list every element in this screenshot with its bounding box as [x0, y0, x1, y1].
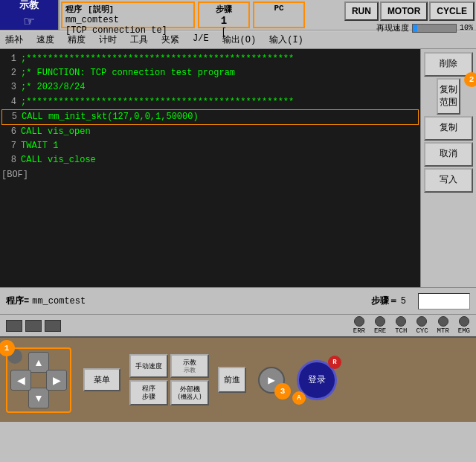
line-content-1: ;***************************************… [21, 52, 419, 66]
status-program-label: 程序= [6, 295, 29, 307]
code-editor[interactable]: 1 ;*************************************… [0, 49, 420, 287]
line-content-4: ;***************************************… [21, 95, 419, 109]
bottom-panel: 1 ▲ ▼ ◀ ▶ 菜单 手动速度 示教 示教 程序 步骤 外部機 (機器人) … [0, 336, 476, 422]
light-circle-err [354, 316, 364, 327]
light-label-tch: TCH [395, 327, 407, 335]
line-content-7: TWAIT 1 [21, 139, 419, 153]
code-line-7: 7 TWAIT 1 [1, 139, 419, 153]
description-label: [説明] [88, 4, 114, 15]
line-num-6: 6 [1, 125, 16, 139]
menu-item-clamp[interactable]: 夹紧 [159, 33, 181, 47]
teach-small-line1: 示教 [176, 359, 203, 367]
register-label: 登录 [308, 373, 326, 386]
run-button[interactable]: RUN [344, 1, 379, 21]
line-content-bof [33, 168, 419, 182]
indicator-lights: ERR ERE TCH CYC MTR EMG [353, 316, 470, 335]
speed-bar-fill [413, 25, 417, 32]
teach-small-line2: 示教 [176, 367, 203, 374]
menu-button[interactable]: 菜单 [83, 368, 120, 391]
motor-button[interactable]: MOTOR [380, 1, 428, 21]
indicator-icon-2 [25, 320, 42, 332]
status-steps: 步骤＝ 5 [371, 295, 406, 307]
code-line-2: 2 ;* FUNCTION: TCP connection test progr… [1, 66, 419, 80]
status-bar: 程序= mm_comtest 步骤＝ 5 [0, 287, 476, 314]
light-circle-emg [459, 316, 469, 327]
top-bar: 示教 ☞ 程序 [説明] mm_comtest [TCP connection … [0, 0, 476, 31]
play-wrapper: ▶ 3 [258, 367, 285, 394]
line-num-3: 3 [1, 80, 16, 94]
peripheral-line1: 外部機 [176, 385, 203, 394]
code-line-4: 4 ;*************************************… [1, 95, 419, 109]
dpad-left-button[interactable]: ◀ [10, 370, 31, 391]
line-num-4: 4 [1, 95, 16, 109]
light-label-mtr: MTR [437, 327, 449, 335]
dpad-up-button[interactable]: ▲ [28, 352, 49, 373]
light-circle-ere [375, 316, 385, 327]
steps-label: 步骤 [216, 4, 232, 15]
rmc-buttons: RUN MOTOR CYCLE [343, 0, 476, 22]
light-cyc: CYC [416, 316, 428, 335]
code-line-1: 1 ;*************************************… [1, 52, 419, 66]
line-num-bof: [BOF] [1, 168, 28, 182]
status-program: 程序= mm_comtest [6, 295, 86, 307]
badge-3: 3 [274, 383, 291, 400]
manual-speed-button[interactable]: 手动速度 [129, 354, 168, 378]
copy-range-button[interactable]: 复制 范围 [437, 78, 460, 115]
dpad-right-button[interactable]: ▶ [46, 370, 67, 391]
cancel-button[interactable]: 取消 [424, 142, 473, 167]
peripheral-button[interactable]: 外部機 (機器人) [170, 380, 209, 405]
forward-button[interactable]: 前進 [218, 367, 246, 393]
speed-bar[interactable] [412, 24, 457, 33]
code-line-3: 3 ;* 2023/8/24 [1, 80, 419, 94]
indicator-row: ERR ERE TCH CYC MTR EMG [0, 314, 476, 336]
status-program-value: mm_comtest [32, 296, 86, 307]
line-num-5: 5 [2, 110, 17, 124]
program-steps-line2: 步骤 [135, 393, 162, 401]
cycle-button[interactable]: CYCLE [429, 1, 475, 21]
copy-range-label2: 范围 [440, 97, 457, 109]
menu-item-tool[interactable]: 工具 [128, 33, 150, 47]
status-input-box[interactable] [418, 293, 470, 309]
menu-item-precision[interactable]: 精度 [65, 33, 88, 47]
light-emg: EMG [458, 316, 470, 335]
program-steps-line1: 程序 [135, 385, 162, 393]
line-content-2: ;* FUNCTION: TCP connection test program [21, 66, 419, 80]
menu-item-input[interactable]: 输入(I) [267, 33, 306, 47]
line-content-3: ;* 2023/8/24 [21, 80, 419, 94]
dpad-container: ▲ ▼ ◀ ▶ [6, 347, 71, 413]
light-label-cyc: CYC [416, 327, 428, 335]
teach-button[interactable]: 示教 ☞ [0, 0, 60, 30]
teach-icon: ☞ [24, 12, 33, 32]
pc-label: PC [274, 4, 283, 13]
status-steps-label: 步骤＝ [371, 295, 398, 307]
code-line-bof: [BOF] [1, 168, 419, 182]
menu-item-timer[interactable]: 计时 [97, 33, 119, 47]
main-area: 1 ;*************************************… [0, 49, 476, 287]
menu-item-output[interactable]: 输出(O) [220, 33, 259, 47]
badge-2: 2 [464, 72, 476, 87]
steps-value: 1 [221, 15, 227, 27]
dpad-down-button[interactable]: ▼ [28, 388, 49, 408]
light-label-err: ERR [353, 327, 365, 335]
code-line-6: 6 CALL vis_open [1, 125, 419, 139]
small-buttons-grid: 手动速度 示教 示教 程序 步骤 外部機 (機器人) [129, 354, 209, 405]
program-header: 程序 [説明] [65, 4, 190, 15]
menu-item-speed[interactable]: 速度 [34, 33, 57, 47]
program-steps-button[interactable]: 程序 步骤 [129, 380, 168, 405]
light-err: ERR [353, 316, 365, 335]
line-content-6: CALL vis_open [21, 125, 419, 139]
menu-item-je[interactable]: J/E [190, 33, 211, 47]
line-num-1: 1 [1, 52, 16, 66]
badge-1: 1 [0, 340, 15, 356]
copy-button[interactable]: 复制 [424, 116, 473, 141]
light-tch: TCH [395, 316, 407, 335]
line-num-8: 8 [1, 153, 16, 167]
menu-item-insert[interactable]: 插补 [3, 33, 25, 47]
peripheral-line2: (機器人) [176, 394, 203, 401]
write-button[interactable]: 写入 [424, 168, 473, 193]
teach-small-button[interactable]: 示教 示教 [170, 354, 209, 378]
code-line-5[interactable]: 5 CALL mm_init_skt(127,0,0,1,50000) [1, 109, 419, 125]
light-label-ere: ERE [374, 327, 386, 335]
delete-button[interactable]: 削除 [424, 52, 473, 77]
indicator-icon-1 [6, 320, 22, 332]
